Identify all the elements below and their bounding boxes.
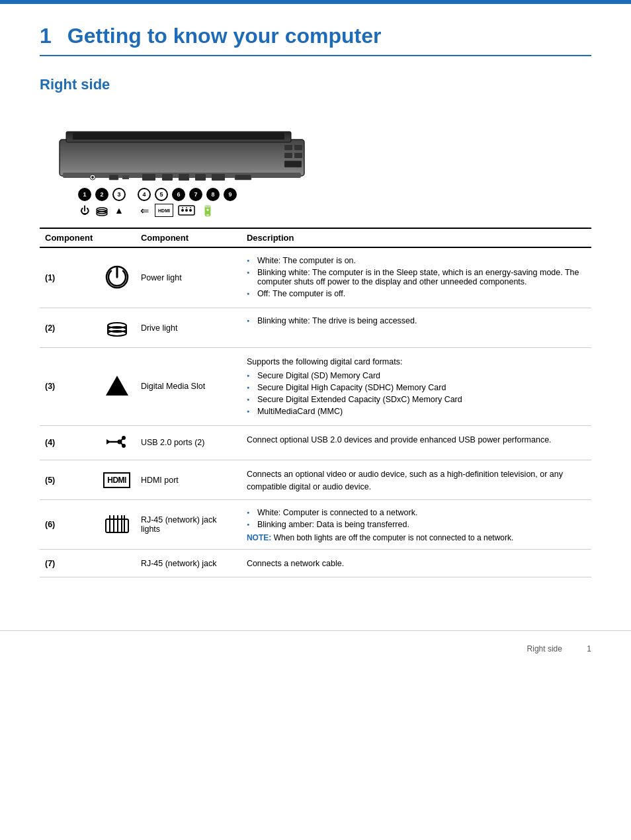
row-5-num: (5) [40,460,98,500]
laptop-side-view [40,106,324,192]
footer-section: Right side [527,644,562,653]
svg-point-10 [91,176,94,179]
note-body: When both lights are off the computer is… [274,533,514,542]
svg-rect-17 [212,174,225,181]
section-title: Right side [40,76,591,93]
row-6-name: RJ-45 (network) jack lights [136,500,241,550]
svg-rect-15 [179,174,189,181]
row-5-icon: HDMI [98,460,136,500]
table-row: (6) RJ-45 [40,500,591,550]
row-2-desc: Blinking white: The drive is being acces… [241,308,591,348]
row-6-desc: White: Computer is connected to a networ… [241,500,591,550]
svg-point-25 [189,209,192,212]
col-component: Component [40,228,98,247]
diagram-card-icon: ▲ [112,204,126,217]
svg-point-24 [185,209,188,212]
table-row: (4) USB 2.0 ports (2) Connect optional U… [40,425,591,460]
diagram-power-icon: ⏻ [78,204,91,217]
svg-rect-6 [284,153,292,158]
callout-8: 8 [206,188,220,201]
callout-1: 1 [78,188,91,201]
row-1-num: (1) [40,247,98,308]
chapter-number: 1 [40,24,52,48]
svg-rect-4 [284,145,292,150]
footer: Right side 1 [0,630,631,667]
svg-rect-18 [235,175,251,180]
table-row: (5) HDMI HDMI port Connects an optional … [40,460,591,500]
diagram-battery-icon: 🔋 [200,204,216,217]
row-3-name: Digital Media Slot [136,348,241,426]
footer-page: 1 [587,644,591,653]
row-2-name: Drive light [136,308,241,348]
callout-3: 3 [112,188,126,201]
svg-rect-12 [122,175,129,179]
row-1-icon [98,247,136,308]
row-3-desc: Supports the following digital card form… [241,348,591,426]
svg-marker-36 [106,376,128,396]
svg-rect-8 [284,161,302,167]
row-4-desc: Connect optional USB 2.0 devices and pro… [241,425,591,460]
row-4-name: USB 2.0 ports (2) [136,425,241,460]
callout-9: 9 [224,188,237,201]
callout-4: 4 [138,188,151,201]
row-7-icon [98,550,136,577]
chapter-title: Getting to know your computer [67,24,382,48]
svg-rect-7 [294,153,302,158]
svg-rect-11 [109,175,118,180]
svg-rect-13 [142,174,155,181]
row-2-num: (2) [40,308,98,348]
svg-rect-5 [294,145,302,150]
table-row: (1) Power light White: The computer is o… [40,247,591,308]
row-1-name: Power light [136,247,241,308]
chapter-heading: 1Getting to know your computer [40,24,591,56]
component-table: Component Component Description (1) Powe… [40,228,591,577]
svg-rect-14 [162,174,173,181]
row-7-name: RJ-45 (network) jack [136,550,241,577]
callout-5: 5 [155,188,168,201]
row-3-num: (3) [40,348,98,426]
svg-point-38 [122,444,126,448]
diagram-network-lights-icon [177,204,196,217]
svg-rect-0 [60,140,304,176]
row-7-desc: Connects a network cable. [241,550,591,577]
row-6-icon [98,500,136,550]
col-description: Description [241,228,591,247]
table-row: (3) Digital Media Slot Supports the foll… [40,348,591,426]
diagram-hdmi-icon: HDMI [155,204,173,217]
footer-spacer [570,644,579,653]
row-5-desc: Connects an optional video or audio devi… [241,460,591,500]
svg-point-37 [122,436,126,440]
table-row: (2) Drive light Blinking white: The driv… [40,308,591,348]
row-5-name: HDMI port [136,460,241,500]
callout-7: 7 [189,188,202,201]
callout-2: 2 [95,188,108,201]
row-4-icon [98,425,136,460]
svg-point-23 [181,209,184,212]
diagram-usb-icon: ⇐ [138,204,151,217]
svg-rect-16 [195,174,206,181]
diagram-drive-icon [95,204,108,217]
row-4-num: (4) [40,425,98,460]
laptop-diagram: 1 2 3 4 5 6 7 8 9 ⏻ ▲ ⇐ HDMI [40,106,591,217]
col-component-name: Component [136,228,241,247]
row-6-num: (6) [40,500,98,550]
svg-marker-40 [106,439,110,444]
svg-rect-3 [73,133,284,140]
table-row: (7) RJ-45 (network) jack Connects a netw… [40,550,591,577]
row-3-icon [98,348,136,426]
callout-6: 6 [172,188,185,201]
row-1-desc: White: The computer is on. Blinking whit… [241,247,591,308]
col-component-label [98,228,136,247]
row-2-icon [98,308,136,348]
row-7-num: (7) [40,550,98,577]
note-label: NOTE: [247,533,271,542]
